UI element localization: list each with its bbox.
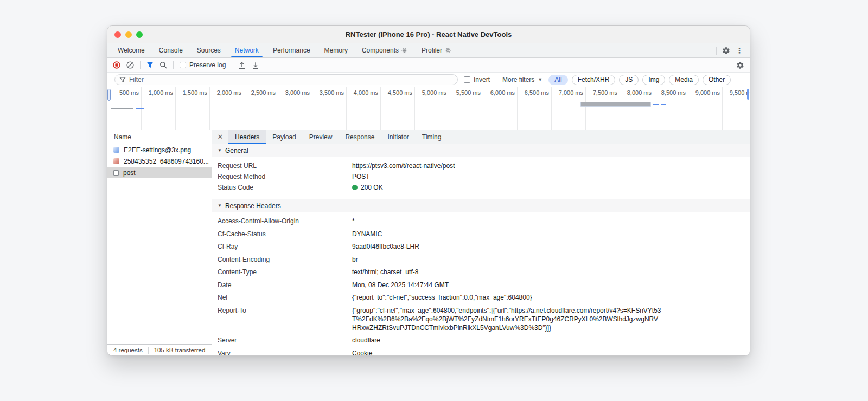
headers-detail-body: ▼GeneralRequest URLhttps://ptsv3.com/t/r… <box>212 144 750 355</box>
desktop-background: RNTester (iPhone 16 Pro) - React Native … <box>0 0 868 401</box>
detail-tab-timing[interactable]: Timing <box>416 130 448 144</box>
import-har-icon[interactable] <box>238 61 246 69</box>
disclosure-triangle-icon: ▼ <box>218 148 222 153</box>
invert-filter-toggle[interactable]: Invert <box>464 76 490 83</box>
header-value: {"group":"cf-nel","max_age":604800,"endp… <box>352 306 662 332</box>
request-row-e2ee-settings-3x-png[interactable]: E2EE-settings@3x.png <box>107 144 212 156</box>
header-name: Server <box>218 336 352 345</box>
header-name: Request Method <box>218 172 352 181</box>
header-name: Date <box>218 281 352 289</box>
tab-label: Console <box>159 47 183 54</box>
detail-tab-initiator[interactable]: Initiator <box>381 130 415 144</box>
section-header-response[interactable]: ▼Response Headers <box>212 199 750 212</box>
network-settings-gear-icon[interactable] <box>736 61 744 69</box>
tab-performance[interactable]: Performance <box>266 43 317 57</box>
settings-gear-icon[interactable] <box>722 47 730 55</box>
header-row: Request URLhttps://ptsv3.com/t/react-nat… <box>212 161 750 170</box>
filter-pill-img[interactable]: Img <box>642 75 665 85</box>
zoom-window-button[interactable] <box>136 31 143 38</box>
header-row: Access-Control-Allow-Origin* <box>212 217 750 225</box>
record-network-log-button[interactable] <box>113 61 120 69</box>
filter-pill-media[interactable]: Media <box>669 75 699 85</box>
header-value: br <box>352 255 358 264</box>
preserve-log-checkbox[interactable] <box>180 62 186 68</box>
close-window-button[interactable] <box>114 31 121 38</box>
header-value: Cookie <box>352 349 372 356</box>
minimize-window-button[interactable] <box>125 31 132 38</box>
divider <box>173 61 174 69</box>
overview-bars <box>107 87 750 130</box>
image-blue-icon <box>113 147 119 153</box>
header-value: {"report_to":"cf-nel","success_fraction"… <box>352 293 532 302</box>
overview-scrollbar[interactable] <box>747 89 749 100</box>
more-filters-label: More filters <box>502 76 534 83</box>
network-overview-timeline[interactable]: 500 ms1,000 ms1,500 ms2,000 ms2,500 ms3,… <box>107 87 750 130</box>
detail-tab-headers[interactable]: Headers <box>228 130 266 144</box>
header-value: https://ptsv3.com/t/react-native/post <box>352 161 455 170</box>
search-icon[interactable] <box>159 61 167 69</box>
header-name: Access-Control-Allow-Origin <box>218 217 352 225</box>
header-row: DateMon, 08 Dec 2025 14:47:44 GMT <box>212 281 750 289</box>
overview-waterfall-bar <box>136 108 144 109</box>
detail-tab-response[interactable]: Response <box>339 130 381 144</box>
header-value: text/html; charset=utf-8 <box>352 268 418 276</box>
tab-sources[interactable]: Sources <box>190 43 228 57</box>
overview-waterfall-bar <box>653 104 659 105</box>
filter-toggle-icon[interactable] <box>146 62 154 68</box>
status-dot-icon <box>352 185 358 190</box>
filter-pill-all[interactable]: All <box>548 75 567 85</box>
window-titlebar: RNTester (iPhone 16 Pro) - React Native … <box>107 26 750 43</box>
more-options-kebab-icon[interactable]: ⋮ <box>736 47 743 54</box>
header-row: Cf-Ray9aad0f46ffbc0ae8-LHR <box>212 242 750 251</box>
invert-checkbox[interactable] <box>464 76 470 83</box>
section-header-general[interactable]: ▼General <box>212 144 750 157</box>
request-list-panel: Name E2EE-settings@3x.png258435352_64860… <box>107 130 212 355</box>
tab-console[interactable]: Console <box>152 43 190 57</box>
tabbar-right-controls: ⋮ <box>716 43 750 57</box>
tab-welcome[interactable]: Welcome <box>111 43 152 57</box>
overview-waterfall-bar <box>580 102 651 107</box>
filter-pill-fetch-xhr[interactable]: Fetch/XHR <box>572 75 616 85</box>
tab-label: Profiler <box>422 47 442 54</box>
request-name: E2EE-settings@3x.png <box>124 146 191 154</box>
request-name: 258435352_648609743160... <box>124 158 209 165</box>
request-name: post <box>123 169 136 177</box>
filter-pill-other[interactable]: Other <box>703 75 731 85</box>
header-row: Content-Encodingbr <box>212 255 750 264</box>
filter-input[interactable] <box>114 74 458 85</box>
document-icon <box>113 170 119 176</box>
more-filters-dropdown[interactable]: More filters ▼ <box>502 76 542 83</box>
header-name: Cf-Cache-Status <box>218 230 352 238</box>
header-name: Content-Encoding <box>218 255 352 264</box>
tab-label: Welcome <box>118 47 145 54</box>
invert-label: Invert <box>474 76 490 83</box>
header-row: Cf-Cache-StatusDYNAMIC <box>212 230 750 238</box>
export-har-icon[interactable] <box>252 61 259 69</box>
detail-tab-payload[interactable]: Payload <box>266 130 302 144</box>
header-name: Request URL <box>218 161 352 170</box>
request-row-258435352-648609743160[interactable]: 258435352_648609743160... <box>107 156 212 167</box>
header-row: Report-To{"group":"cf-nel","max_age":604… <box>212 306 750 332</box>
tab-label: Components <box>362 47 399 54</box>
tab-profiler[interactable]: Profiler <box>414 43 458 57</box>
request-row-post[interactable]: post <box>107 167 212 178</box>
preserve-log-toggle[interactable]: Preserve log <box>180 61 226 69</box>
clear-network-log-button[interactable] <box>126 61 134 69</box>
filter-pill-js[interactable]: JS <box>619 75 639 85</box>
header-value: * <box>352 217 355 225</box>
tab-components[interactable]: Components <box>355 43 414 57</box>
divider <box>140 61 141 69</box>
divider <box>232 61 232 69</box>
devtools-tab-bar: WelcomeConsoleSourcesNetworkPerformanceM… <box>107 43 750 58</box>
tab-memory[interactable]: Memory <box>317 43 355 57</box>
section-title: General <box>225 147 248 154</box>
tab-label: Performance <box>273 47 310 54</box>
close-details-icon[interactable]: ✕ <box>212 130 228 144</box>
name-column-header[interactable]: Name <box>107 130 212 144</box>
tab-network[interactable]: Network <box>228 43 266 57</box>
header-name: Report-To <box>218 306 352 315</box>
header-value: DYNAMIC <box>352 230 382 238</box>
image-red-icon <box>113 158 119 164</box>
detail-tab-preview[interactable]: Preview <box>303 130 339 144</box>
overview-left-handle[interactable] <box>107 89 111 101</box>
